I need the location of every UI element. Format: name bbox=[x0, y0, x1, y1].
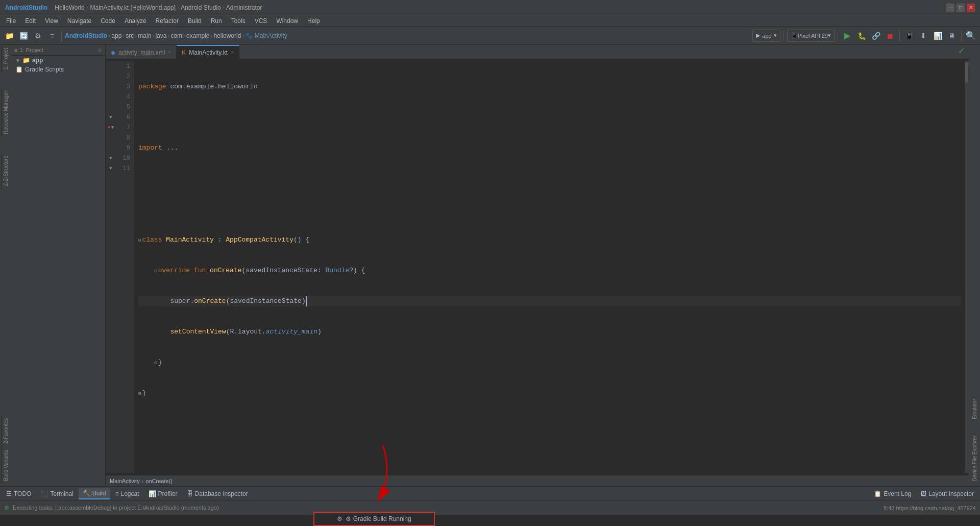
breadcrumb-src[interactable]: src bbox=[126, 32, 134, 39]
left-sidebar-tabs: 1: Project Resource Manager Z-Z-Structur… bbox=[0, 45, 11, 486]
run-button[interactable]: ▶ bbox=[841, 30, 853, 42]
app-name-logo: AndroidStudio bbox=[5, 4, 47, 11]
tool-tab-event-log[interactable]: 📋 Event Log bbox=[870, 488, 915, 499]
sidebar-tab-project[interactable]: 1: Project bbox=[1, 45, 10, 73]
editor-scrollbar[interactable] bbox=[965, 61, 969, 473]
menu-navigate[interactable]: Navigate bbox=[63, 16, 95, 26]
title-bar: AndroidStudio HelloWorld - MainActivity.… bbox=[0, 0, 980, 15]
menu-vcs[interactable]: VCS bbox=[251, 16, 272, 26]
breadcrumb-com[interactable]: com bbox=[170, 32, 182, 39]
toolbar-menu-button[interactable]: ≡ bbox=[46, 30, 58, 42]
editor-tabs-bar: ◈ activity_main.xml × K MainActivity.kt … bbox=[106, 45, 969, 59]
status-message: Executing tasks: [:app:assembleDebug] in… bbox=[13, 505, 219, 511]
tab-mainactivity-kt[interactable]: K MainActivity.kt × bbox=[177, 45, 239, 59]
profiler-button[interactable]: 📊 bbox=[932, 30, 944, 42]
tool-tab-terminal[interactable]: ⬛ Terminal bbox=[36, 488, 77, 499]
avd-manager-button[interactable]: 📱 bbox=[903, 30, 915, 42]
settings-button[interactable]: ⚙ bbox=[32, 30, 44, 42]
tool-tab-todo[interactable]: ☰ TODO bbox=[2, 488, 35, 499]
project-settings[interactable]: ⚙ bbox=[97, 47, 102, 53]
menu-file[interactable]: File bbox=[2, 16, 20, 26]
breadcrumb-example[interactable]: example bbox=[186, 32, 209, 39]
event-log-icon: 📋 bbox=[874, 490, 881, 497]
database-icon: 🗄 bbox=[187, 490, 193, 497]
breadcrumb-androidstudio[interactable]: AndroidStudio bbox=[65, 32, 107, 39]
menu-build[interactable]: Build bbox=[184, 16, 206, 26]
tool-tab-database-inspector[interactable]: 🗄 Database Inspector bbox=[183, 488, 252, 499]
maximize-button[interactable]: □ bbox=[957, 4, 965, 12]
tool-tab-layout-inspector[interactable]: 🖼 Layout Inspector bbox=[916, 488, 978, 499]
sep2 bbox=[783, 31, 784, 41]
breadcrumb-main[interactable]: main bbox=[138, 32, 151, 39]
breakpoint-7[interactable]: ● bbox=[108, 123, 111, 133]
tab-close-xml[interactable]: × bbox=[168, 50, 171, 55]
sep1 bbox=[61, 31, 62, 41]
sidebar-tab-build-variants[interactable]: Build Variants bbox=[1, 447, 10, 484]
fold-6[interactable]: ⊟ bbox=[138, 238, 141, 243]
minimize-button[interactable]: — bbox=[946, 4, 954, 12]
breadcrumb-helloworld[interactable]: helloworld bbox=[213, 32, 241, 39]
sidebar-tab-resource[interactable]: Resource Manager bbox=[1, 88, 10, 137]
title-bar-left: AndroidStudio HelloWorld - MainActivity.… bbox=[5, 4, 262, 11]
run-config-dropdown[interactable]: ▶ app ▾ bbox=[752, 30, 780, 42]
code-line-4 bbox=[138, 174, 961, 184]
status-left: ⚙ Executing tasks: [:app:assembleDebug] … bbox=[4, 505, 219, 511]
stop-button[interactable]: ◼ bbox=[884, 30, 896, 42]
breadcrumb-app[interactable]: app bbox=[111, 32, 121, 39]
sidebar-tab-structure[interactable]: Z-Z-Structure bbox=[1, 153, 10, 189]
fold-icon-6[interactable]: ▼ bbox=[109, 112, 112, 123]
sidebar-tab-favorites[interactable]: 2-Favorites bbox=[1, 415, 10, 447]
debug-button[interactable]: 🐛 bbox=[855, 30, 868, 42]
code-content[interactable]: package com.example.helloworld import ..… bbox=[134, 61, 965, 473]
project-structure-button[interactable]: 📁 bbox=[3, 30, 15, 42]
fold-icon-10[interactable]: ▼ bbox=[109, 153, 112, 163]
menu-help[interactable]: Help bbox=[303, 16, 324, 26]
menu-bar: File Edit View Navigate Code Analyze Ref… bbox=[0, 15, 980, 27]
code-line-1: package com.example.helloworld bbox=[138, 82, 961, 92]
window-title: HelloWorld - MainActivity.kt [HelloWorld… bbox=[55, 4, 262, 11]
breadcrumb-oncreate[interactable]: onCreate() bbox=[145, 478, 173, 484]
inspection-ok-icon: ✓ bbox=[958, 46, 965, 56]
search-everywhere-button[interactable]: 🔍 bbox=[965, 30, 977, 42]
sync-button[interactable]: 🔄 bbox=[17, 30, 30, 42]
attach-debugger-button[interactable]: 🔗 bbox=[870, 30, 882, 42]
menu-code[interactable]: Code bbox=[96, 16, 119, 26]
sep5 bbox=[961, 31, 962, 41]
device-dropdown[interactable]: 📱 Pixel API 29 ▾ bbox=[787, 30, 835, 42]
code-editor[interactable]: ▼ ● ▼ ▼ ▼ 1 2 3 4 5 6 7 8 9 bbox=[106, 59, 969, 475]
sidebar-tab-emulator[interactable]: Emulator bbox=[970, 396, 979, 422]
tab-activity-main-xml[interactable]: ◈ activity_main.xml × bbox=[106, 45, 177, 59]
menu-tools[interactable]: Tools bbox=[227, 16, 250, 26]
tree-item-app[interactable]: ▼ 📁 app bbox=[11, 56, 105, 65]
sdk-manager-button[interactable]: ⬇ bbox=[917, 30, 929, 42]
tool-tab-profiler[interactable]: 📊 Profiler bbox=[144, 488, 182, 499]
menu-refactor[interactable]: Refactor bbox=[152, 16, 183, 26]
tab-close-kt[interactable]: × bbox=[231, 50, 234, 55]
menu-window[interactable]: Window bbox=[272, 16, 302, 26]
gradle-build-running-box[interactable]: ⚙ ⚙ Gradle Build Running bbox=[313, 512, 435, 526]
right-sidebar-tabs: Emulator Device File Explorer bbox=[969, 45, 980, 486]
breadcrumb-mainactivity[interactable]: MainActivity bbox=[110, 478, 140, 484]
tool-tab-build[interactable]: 🔨 Build bbox=[79, 488, 110, 499]
fold-arrow-7: ▼ bbox=[111, 123, 114, 133]
close-button[interactable]: ✕ bbox=[967, 4, 975, 12]
gradle-build-label: ⚙ Gradle Build Running bbox=[346, 515, 411, 522]
code-line-2 bbox=[138, 112, 961, 123]
tool-tab-logcat[interactable]: ≡ Logcat bbox=[111, 488, 143, 499]
breadcrumb-java[interactable]: java bbox=[155, 32, 166, 39]
breadcrumb-mainactivity[interactable]: 🐾 MainActivity bbox=[245, 32, 287, 39]
sidebar-tab-device-file-explorer[interactable]: Device File Explorer bbox=[970, 433, 979, 484]
menu-run[interactable]: Run bbox=[207, 16, 226, 26]
editor-breadcrumb-bar: MainActivity › onCreate() bbox=[106, 475, 969, 486]
tree-item-gradle[interactable]: 📋 Gradle Scripts bbox=[11, 65, 105, 74]
menu-edit[interactable]: Edit bbox=[21, 16, 40, 26]
menu-analyze[interactable]: Analyze bbox=[120, 16, 151, 26]
code-line-8: super.onCreate(savedInstanceState) bbox=[138, 296, 961, 306]
fold-icon-11[interactable]: ▼ bbox=[109, 163, 112, 174]
tab-label-xml: activity_main.xml bbox=[118, 49, 165, 56]
code-line-5 bbox=[138, 204, 961, 214]
sep3 bbox=[838, 31, 838, 41]
gradle-icon: 📋 bbox=[15, 66, 23, 73]
device-manager-button[interactable]: 🖥 bbox=[946, 30, 958, 42]
menu-view[interactable]: View bbox=[41, 16, 62, 26]
